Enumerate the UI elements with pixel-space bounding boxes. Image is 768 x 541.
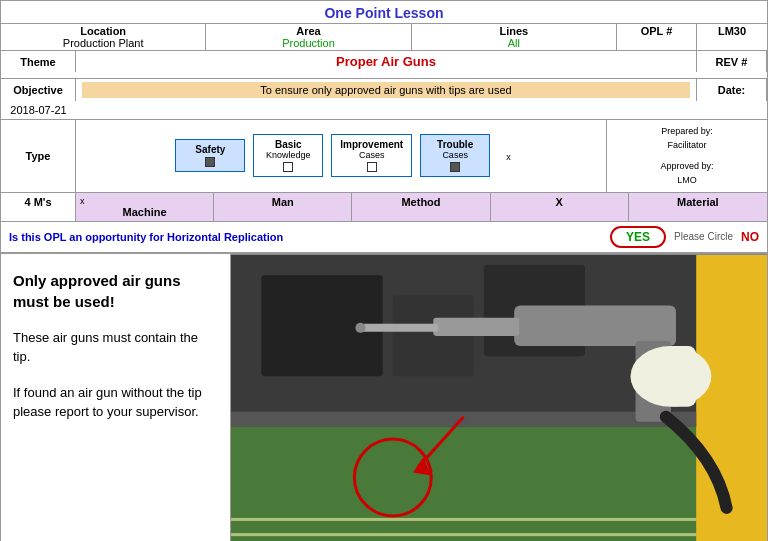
theme-label: Theme bbox=[20, 56, 55, 68]
svg-rect-17 bbox=[231, 518, 696, 521]
basic-label: Basic bbox=[262, 139, 314, 150]
no-label: NO bbox=[741, 230, 759, 244]
yes-button[interactable]: YES bbox=[610, 226, 666, 248]
theme-value-cell: Proper Air Guns bbox=[76, 51, 697, 72]
page-title: One Point Lesson bbox=[324, 5, 443, 21]
location-cell: Location Production Plant bbox=[1, 24, 206, 50]
prepared-label: Prepared by: bbox=[660, 124, 713, 138]
objective-value: To ensure only approved air guns with ti… bbox=[82, 82, 690, 98]
x-cell: X bbox=[491, 193, 629, 221]
trouble-cases-label: Cases bbox=[429, 150, 481, 160]
approved-value: LMO bbox=[660, 173, 713, 187]
objective-row: Objective To ensure only approved air gu… bbox=[1, 79, 767, 120]
type-buttons-cell: Safety Basic Knowledge Improvement Cases bbox=[76, 120, 607, 192]
theme-value: Proper Air Guns bbox=[336, 54, 436, 69]
theme-row: Theme Proper Air Guns REV # bbox=[1, 51, 767, 79]
method-label: Method bbox=[401, 196, 440, 208]
trouble-type-btn[interactable]: Trouble Cases bbox=[420, 134, 490, 177]
date-label-cell: Date: bbox=[697, 79, 767, 101]
x-label: X bbox=[556, 196, 563, 208]
lines-label: Lines bbox=[416, 25, 612, 37]
machine-label: Machine bbox=[123, 206, 167, 218]
image-panel bbox=[231, 254, 767, 541]
knowledge-label: Knowledge bbox=[262, 150, 314, 160]
date-label: Date: bbox=[718, 84, 746, 96]
safety-checkbox[interactable] bbox=[205, 157, 215, 167]
date-value: 2018-07-21 bbox=[10, 104, 66, 116]
basic-checkbox[interactable] bbox=[283, 162, 293, 172]
type-label-cell: Type bbox=[1, 120, 76, 192]
prepared-value: Facilitator bbox=[660, 138, 713, 152]
svg-rect-18 bbox=[231, 533, 696, 536]
svg-rect-7 bbox=[514, 305, 676, 345]
date-value-cell: 2018-07-21 bbox=[1, 101, 76, 119]
area-value: Production bbox=[210, 37, 406, 49]
horizontal-question: Is this OPL an opportunity for Horizonta… bbox=[9, 231, 602, 243]
sub-text-1: These air guns must contain the tip. bbox=[13, 328, 218, 367]
material-cell: Material bbox=[629, 193, 767, 221]
approved-label: Approved by: bbox=[660, 159, 713, 173]
opl-value-cell: LM30 bbox=[697, 24, 767, 50]
text-panel: Only approved air guns must be used! The… bbox=[1, 254, 231, 541]
main-text: Only approved air guns must be used! bbox=[13, 270, 218, 312]
svg-point-13 bbox=[355, 322, 365, 332]
sub-text-2: If found an air gun without the tip plea… bbox=[13, 383, 218, 422]
svg-rect-10 bbox=[666, 346, 696, 407]
trouble-checkbox[interactable] bbox=[450, 162, 460, 172]
rev-value-cell bbox=[1, 72, 76, 78]
header-grid: Location Production Plant Area Productio… bbox=[1, 24, 767, 51]
objective-label-cell: Objective bbox=[1, 79, 76, 101]
fourm-row: 4 M's x Machine Man Method X Material bbox=[1, 193, 767, 222]
location-sub: Production Plant bbox=[5, 37, 201, 49]
rev-label: REV # bbox=[716, 56, 748, 68]
area-label: Area bbox=[210, 25, 406, 37]
objective-label: Objective bbox=[13, 84, 63, 96]
method-cell: Method bbox=[352, 193, 490, 221]
type-row: Type Safety Basic Knowledge bbox=[1, 120, 767, 193]
objective-value-cell: To ensure only approved air guns with ti… bbox=[76, 79, 697, 101]
opl-label: OPL # bbox=[621, 25, 692, 37]
opl-document: One Point Lesson Location Production Pla… bbox=[0, 0, 768, 541]
svg-rect-12 bbox=[362, 323, 438, 331]
machine-x: x bbox=[80, 196, 209, 206]
safety-type-btn[interactable]: Safety bbox=[175, 139, 245, 172]
prepared-cell: Prepared by: Facilitator Approved by: LM… bbox=[607, 120, 767, 192]
svg-rect-6 bbox=[231, 411, 696, 426]
location-label: Location bbox=[5, 25, 201, 37]
theme-label-cell: Theme bbox=[1, 51, 76, 72]
svg-rect-11 bbox=[433, 317, 519, 335]
man-cell: Man bbox=[214, 193, 352, 221]
trouble-label: Trouble bbox=[429, 139, 481, 150]
material-label: Material bbox=[677, 196, 719, 208]
area-cell: Area Production bbox=[206, 24, 411, 50]
air-gun-photo bbox=[231, 254, 767, 541]
improvement-type-btn[interactable]: Improvement Cases bbox=[331, 134, 412, 177]
type-label: Type bbox=[26, 150, 51, 162]
please-circle-text: Please Circle bbox=[674, 231, 733, 242]
improvement-checkbox[interactable] bbox=[367, 162, 377, 172]
safety-label: Safety bbox=[184, 144, 236, 155]
opl-value: LM30 bbox=[701, 25, 763, 37]
lines-value: All bbox=[416, 37, 612, 49]
cases-label: Cases bbox=[340, 150, 403, 160]
rev-label-cell: REV # bbox=[697, 51, 767, 72]
content-area: Only approved air guns must be used! The… bbox=[1, 253, 767, 541]
svg-rect-2 bbox=[696, 255, 767, 541]
type-buttons-container: Safety Basic Knowledge Improvement Cases bbox=[171, 130, 494, 181]
man-label: Man bbox=[272, 196, 294, 208]
title-row: One Point Lesson bbox=[1, 1, 767, 24]
improvement-label: Improvement bbox=[340, 139, 403, 150]
opl-label-cell: OPL # bbox=[617, 24, 697, 50]
lines-cell: Lines All bbox=[412, 24, 617, 50]
fourm-label-cell: 4 M's bbox=[1, 193, 76, 221]
machine-cell: x Machine bbox=[76, 193, 214, 221]
fourm-label: 4 M's bbox=[24, 196, 51, 208]
basic-knowledge-type-btn[interactable]: Basic Knowledge bbox=[253, 134, 323, 177]
x-indicator: x bbox=[494, 152, 511, 162]
horizontal-replication-row: Is this OPL an opportunity for Horizonta… bbox=[1, 222, 767, 253]
